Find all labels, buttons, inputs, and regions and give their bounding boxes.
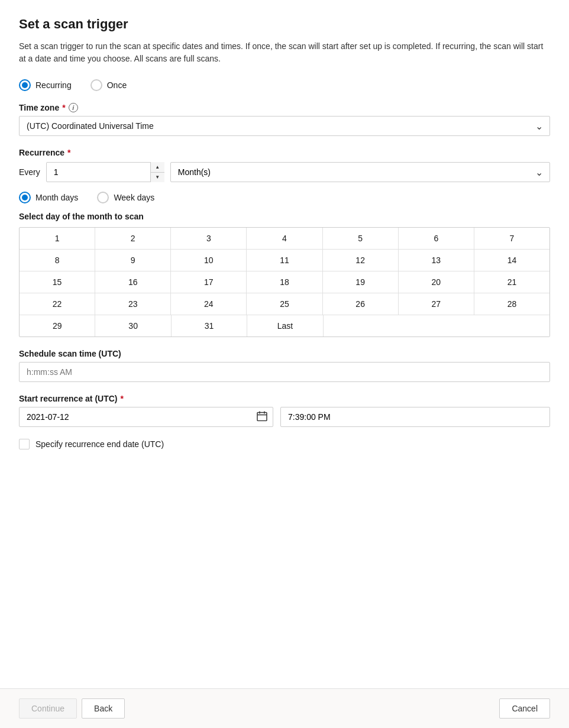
day-10[interactable]: 10 bbox=[171, 250, 247, 271]
page-title: Set a scan trigger bbox=[19, 17, 550, 32]
start-recurrence-label: Start recurrence at (UTC) * bbox=[19, 394, 550, 403]
day-12[interactable]: 12 bbox=[323, 250, 399, 271]
day-15[interactable]: 15 bbox=[20, 271, 95, 293]
timezone-dropdown[interactable]: (UTC) Coordinated Universal Time bbox=[19, 116, 550, 136]
day-type-group: Month days Week days bbox=[19, 192, 550, 203]
recurring-option[interactable]: Recurring bbox=[19, 79, 72, 91]
day-13[interactable]: 13 bbox=[399, 250, 474, 271]
day-17[interactable]: 17 bbox=[171, 271, 247, 293]
calendar-subtitle: Select day of the month to scan bbox=[19, 212, 550, 221]
trigger-type-group: Recurring Once bbox=[19, 79, 550, 91]
timezone-dropdown-wrapper: (UTC) Coordinated Universal Time ⌄ bbox=[19, 116, 550, 136]
start-date-input[interactable] bbox=[19, 407, 273, 427]
day-6[interactable]: 6 bbox=[399, 228, 474, 249]
day-empty-2 bbox=[399, 315, 474, 337]
day-2[interactable]: 2 bbox=[95, 228, 171, 249]
schedule-time-input[interactable] bbox=[19, 362, 550, 382]
continue-button[interactable]: Continue bbox=[19, 698, 77, 719]
day-22[interactable]: 22 bbox=[20, 293, 95, 315]
page-description: Set a scan trigger to run the scan at sp… bbox=[19, 40, 550, 65]
cancel-button[interactable]: Cancel bbox=[499, 698, 550, 719]
day-14[interactable]: 14 bbox=[474, 250, 549, 271]
recurrence-required: * bbox=[67, 148, 70, 157]
day-25[interactable]: 25 bbox=[247, 293, 322, 315]
start-recurrence-required: * bbox=[121, 394, 124, 403]
once-label: Once bbox=[107, 80, 127, 90]
day-29[interactable]: 29 bbox=[20, 315, 95, 337]
week-days-option[interactable]: Week days bbox=[97, 192, 154, 203]
day-4[interactable]: 4 bbox=[247, 228, 322, 249]
timezone-value: (UTC) Coordinated Universal Time bbox=[27, 121, 154, 131]
day-23[interactable]: 23 bbox=[95, 293, 171, 315]
week-days-radio[interactable] bbox=[97, 192, 109, 203]
recurrence-spinner: ▲ ▼ bbox=[150, 162, 164, 182]
day-empty-1 bbox=[324, 315, 399, 337]
period-select[interactable]: Day(s) Week(s) Month(s) Year(s) bbox=[170, 162, 550, 182]
day-18[interactable]: 18 bbox=[247, 271, 322, 293]
recurrence-row: Every ▲ ▼ Day(s) Week(s) Month(s) Year(s… bbox=[19, 162, 550, 182]
calendar-row-2: 8 9 10 11 12 13 14 bbox=[20, 250, 549, 271]
timezone-required: * bbox=[62, 103, 65, 112]
end-date-row: Specify recurrence end date (UTC) bbox=[19, 439, 550, 449]
start-recurrence-section: Start recurrence at (UTC) * bbox=[19, 394, 550, 427]
start-recurrence-row bbox=[19, 407, 550, 427]
spinner-down-button[interactable]: ▼ bbox=[151, 173, 164, 183]
day-31[interactable]: 31 bbox=[172, 315, 247, 337]
day-empty-3 bbox=[474, 315, 549, 337]
back-button[interactable]: Back bbox=[82, 698, 125, 719]
recurrence-label: Recurrence * bbox=[19, 148, 550, 157]
every-label: Every bbox=[19, 167, 40, 177]
recurring-radio[interactable] bbox=[19, 79, 31, 91]
schedule-time-section: Schedule scan time (UTC) bbox=[19, 349, 550, 382]
recurrence-number-wrapper: ▲ ▼ bbox=[46, 162, 164, 182]
calendar-row-1: 1 2 3 4 5 6 7 bbox=[20, 228, 549, 250]
day-30[interactable]: 30 bbox=[95, 315, 171, 337]
end-date-checkbox[interactable] bbox=[19, 439, 30, 449]
date-input-wrapper bbox=[19, 407, 273, 427]
day-11[interactable]: 11 bbox=[247, 250, 322, 271]
calendar-row-3: 15 16 17 18 19 20 21 bbox=[20, 271, 549, 293]
calendar-row-4: 22 23 24 25 26 27 28 bbox=[20, 293, 549, 315]
recurring-label: Recurring bbox=[35, 80, 72, 90]
footer-left-buttons: Continue Back bbox=[19, 698, 125, 719]
day-7[interactable]: 7 bbox=[474, 228, 549, 249]
month-days-radio[interactable] bbox=[19, 192, 31, 203]
day-16[interactable]: 16 bbox=[95, 271, 171, 293]
recurrence-number-input[interactable] bbox=[46, 162, 164, 182]
day-21[interactable]: 21 bbox=[474, 271, 549, 293]
day-last[interactable]: Last bbox=[247, 315, 323, 337]
footer-bar: Continue Back Cancel bbox=[0, 688, 569, 728]
day-1[interactable]: 1 bbox=[20, 228, 95, 249]
schedule-time-label: Schedule scan time (UTC) bbox=[19, 349, 550, 358]
day-27[interactable]: 27 bbox=[399, 293, 474, 315]
day-26[interactable]: 26 bbox=[323, 293, 399, 315]
once-option[interactable]: Once bbox=[90, 79, 127, 91]
month-days-label: Month days bbox=[35, 193, 78, 202]
day-8[interactable]: 8 bbox=[20, 250, 95, 271]
week-days-label: Week days bbox=[114, 193, 154, 202]
calendar-row-5: 29 30 31 Last bbox=[20, 315, 549, 337]
day-20[interactable]: 20 bbox=[399, 271, 474, 293]
day-9[interactable]: 9 bbox=[95, 250, 171, 271]
start-time-input[interactable] bbox=[280, 407, 550, 427]
timezone-label: Time zone * i bbox=[19, 103, 550, 112]
end-date-label: Specify recurrence end date (UTC) bbox=[35, 439, 164, 449]
day-5[interactable]: 5 bbox=[323, 228, 399, 249]
calendar-grid: 1 2 3 4 5 6 7 8 9 10 11 12 13 14 15 16 1… bbox=[19, 227, 550, 337]
day-24[interactable]: 24 bbox=[171, 293, 247, 315]
period-dropdown-wrapper: Day(s) Week(s) Month(s) Year(s) ⌄ bbox=[170, 162, 550, 182]
day-3[interactable]: 3 bbox=[171, 228, 247, 249]
once-radio[interactable] bbox=[90, 79, 102, 91]
spinner-up-button[interactable]: ▲ bbox=[151, 162, 164, 173]
timezone-info-icon[interactable]: i bbox=[69, 103, 78, 112]
month-days-option[interactable]: Month days bbox=[19, 192, 78, 203]
day-19[interactable]: 19 bbox=[323, 271, 399, 293]
day-28[interactable]: 28 bbox=[474, 293, 549, 315]
calendar-section: Select day of the month to scan 1 2 3 4 … bbox=[19, 212, 550, 337]
